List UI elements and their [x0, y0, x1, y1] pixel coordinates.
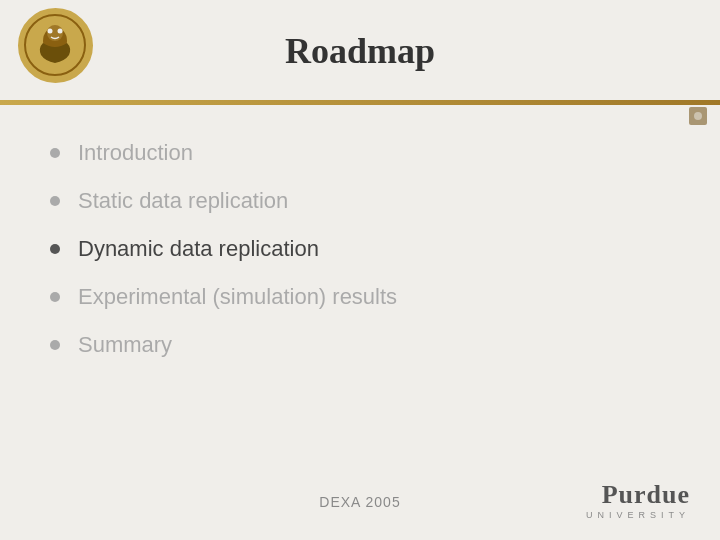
svg-point-6 — [694, 112, 702, 120]
bullet-dot — [50, 292, 60, 302]
footer-text: DEXA 2005 — [319, 494, 400, 510]
list-item-static: Static data replication — [50, 188, 397, 214]
list-item-dynamic: Dynamic data replication — [50, 236, 397, 262]
bullet-dot — [50, 244, 60, 254]
purdue-name: Purdue — [602, 480, 690, 510]
list-item-experimental: Experimental (simulation) results — [50, 284, 397, 310]
purdue-wordmark: Purdue University — [586, 480, 690, 520]
list-item-introduction: Introduction — [50, 140, 397, 166]
slide: Roadmap Introduction Static data replica… — [0, 0, 720, 540]
purdue-subtitle: University — [586, 510, 690, 520]
list-item-summary: Summary — [50, 332, 397, 358]
bullet-dot — [50, 196, 60, 206]
roadmap-list: Introduction Static data replication Dyn… — [50, 140, 397, 380]
bullet-dot — [50, 340, 60, 350]
top-divider — [0, 100, 720, 105]
bullet-dot — [50, 148, 60, 158]
corner-icon — [686, 104, 710, 128]
slide-title: Roadmap — [0, 30, 720, 72]
